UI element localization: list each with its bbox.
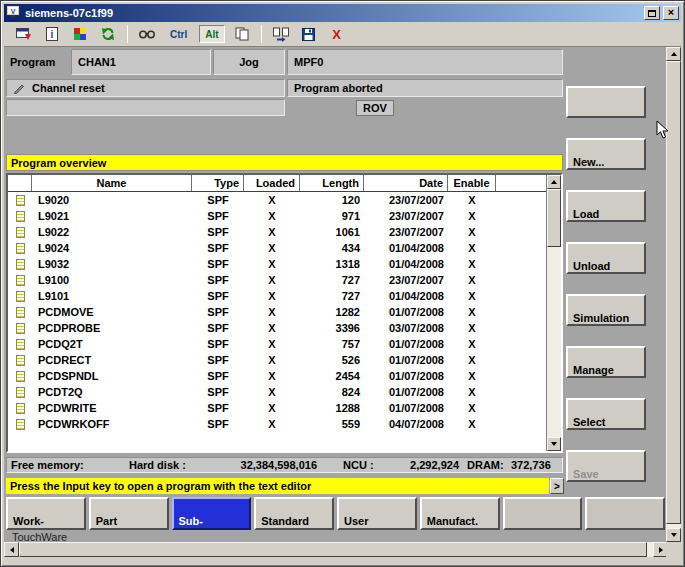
softkey-right[interactable]: Save setup data [566, 450, 646, 482]
file-transfer-button[interactable] [270, 24, 292, 44]
maximize-icon [648, 10, 656, 17]
softkey-bottom[interactable]: Standard cycles [254, 497, 334, 530]
program-row[interactable]: L9100 SPF X 727 23/07/2007 X [8, 272, 546, 288]
scroll-down-button[interactable] [547, 437, 561, 451]
connection-info-button[interactable]: i [41, 24, 63, 44]
program-length: 1318 [300, 256, 364, 272]
program-area-label: Program [10, 56, 55, 68]
app-window: V siemens-07c1f99 × i Ctrl Alt [0, 0, 685, 567]
program-date: 01/07/2008 [364, 400, 448, 416]
program-type: SPF [192, 368, 244, 384]
softkey-right[interactable]: Unload NC -> HD [566, 242, 646, 274]
program-row[interactable]: L9022 SPF X 1061 23/07/2007 X [8, 224, 546, 240]
program-row[interactable]: PCDMOVE SPF X 1282 01/07/2008 X [8, 304, 546, 320]
program-file-icon [16, 339, 25, 350]
maximize-button[interactable] [644, 6, 660, 20]
softkey-bottom[interactable]: Part programs [89, 497, 169, 530]
refresh-button[interactable] [97, 24, 119, 44]
program-row[interactable]: PCDT2Q SPF X 824 01/07/2008 X [8, 384, 546, 400]
softkey-bottom[interactable]: User cycles [337, 497, 417, 530]
disconnect-button[interactable]: X [326, 24, 348, 44]
softkey-right[interactable]: New... [566, 138, 646, 170]
softkey-right[interactable]: Simulation [566, 294, 646, 326]
softkey-right[interactable]: Select [566, 398, 646, 430]
softkey-bottom[interactable] [585, 497, 665, 530]
scroll-thumb[interactable] [19, 542, 647, 557]
program-type: SPF [192, 352, 244, 368]
program-name: L9101 [32, 288, 192, 304]
scroll-track[interactable] [19, 542, 653, 557]
softkey-right[interactable]: Manage programs [566, 346, 646, 378]
scroll-up-button[interactable] [547, 175, 561, 189]
softkey-label: Sub- programs [179, 515, 230, 530]
program-row[interactable]: L9020 SPF X 120 23/07/2007 X [8, 192, 546, 208]
softkey-bottom[interactable]: Work- pieces [6, 497, 86, 530]
program-name: L9024 [32, 240, 192, 256]
program-length: 757 [300, 336, 364, 352]
program-row[interactable]: L9032 SPF X 1318 01/04/2008 X [8, 256, 546, 272]
panel-title: Program overview [6, 154, 563, 171]
softkey-bottom[interactable] [503, 497, 583, 530]
program-name: PCDSPNDL [32, 368, 192, 384]
program-row[interactable]: PCDSPNDL SPF X 2454 01/07/2008 X [8, 368, 546, 384]
program-row[interactable]: PCDWRKOFF SPF X 559 04/07/2008 X [8, 416, 546, 432]
program-loaded: X [244, 272, 300, 288]
scroll-track[interactable] [666, 61, 681, 528]
program-type: SPF [192, 336, 244, 352]
program-date: 04/07/2008 [364, 416, 448, 432]
ncu-value: 2,292,924 [379, 459, 459, 471]
program-type: SPF [192, 288, 244, 304]
program-row[interactable]: PCDPROBE SPF X 3396 03/07/2008 X [8, 320, 546, 336]
scroll-left-button[interactable] [4, 542, 19, 557]
hint-more-button[interactable]: > [550, 478, 564, 494]
arrow-up-icon [551, 180, 557, 184]
save-icon [302, 28, 315, 41]
connection-options-button[interactable] [69, 24, 91, 44]
scroll-thumb[interactable] [547, 189, 561, 247]
column-loaded: Loaded [244, 175, 300, 191]
memory-status-bar: Free memory: Hard disk : 32,384,598,016 … [6, 457, 563, 473]
scroll-up-button[interactable] [666, 47, 681, 61]
ctrl-alt-del-button[interactable] [136, 24, 158, 44]
scroll-down-button[interactable] [666, 528, 681, 542]
ctrl-key-button[interactable]: Ctrl [164, 25, 193, 43]
program-file-icon [16, 291, 25, 302]
scroll-thumb[interactable] [666, 61, 681, 524]
program-file-icon [16, 211, 25, 222]
dram-value: 372,736 [511, 459, 551, 471]
rov-badge: ROV [356, 100, 394, 116]
program-length: 120 [300, 192, 364, 208]
feed-state-cell [6, 99, 285, 116]
column-length: Length [300, 175, 364, 191]
softkey-right[interactable]: Load HD -> NC [566, 190, 646, 222]
window-vertical-scrollbar[interactable] [666, 47, 681, 542]
program-row[interactable]: PCDQ2T SPF X 757 01/07/2008 X [8, 336, 546, 352]
program-date: 01/07/2008 [364, 368, 448, 384]
window-horizontal-scrollbar[interactable] [4, 542, 668, 557]
program-type: SPF [192, 224, 244, 240]
program-row[interactable]: L9021 SPF X 971 23/07/2007 X [8, 208, 546, 224]
softkey-right[interactable] [566, 86, 646, 118]
program-type: SPF [192, 256, 244, 272]
program-name: L9022 [32, 224, 192, 240]
softkey-bottom[interactable]: Manufact. cycles [420, 497, 500, 530]
program-loaded: X [244, 352, 300, 368]
alt-key-button[interactable]: Alt [199, 25, 224, 43]
program-file-icon [16, 323, 25, 334]
softkey-label: Work- pieces [13, 515, 47, 530]
table-scrollbar[interactable] [546, 175, 561, 451]
program-name: L9100 [32, 272, 192, 288]
softkey-bottom[interactable]: Sub- programs [172, 497, 252, 530]
program-row[interactable]: PCDRECT SPF X 526 01/07/2008 X [8, 352, 546, 368]
program-date: 01/07/2008 [364, 384, 448, 400]
column-filler [496, 175, 546, 191]
close-button[interactable]: × [663, 6, 679, 20]
program-enable: X [448, 288, 496, 304]
program-row[interactable]: L9024 SPF X 434 01/04/2008 X [8, 240, 546, 256]
save-button[interactable] [298, 24, 320, 44]
program-row[interactable]: L9101 SPF X 727 01/04/2008 X [8, 288, 546, 304]
clipboard-button[interactable] [231, 24, 253, 44]
program-row[interactable]: PCDWRITE SPF X 1288 01/07/2008 X [8, 400, 546, 416]
scroll-track[interactable] [547, 189, 561, 437]
new-connection-button[interactable] [13, 24, 35, 44]
